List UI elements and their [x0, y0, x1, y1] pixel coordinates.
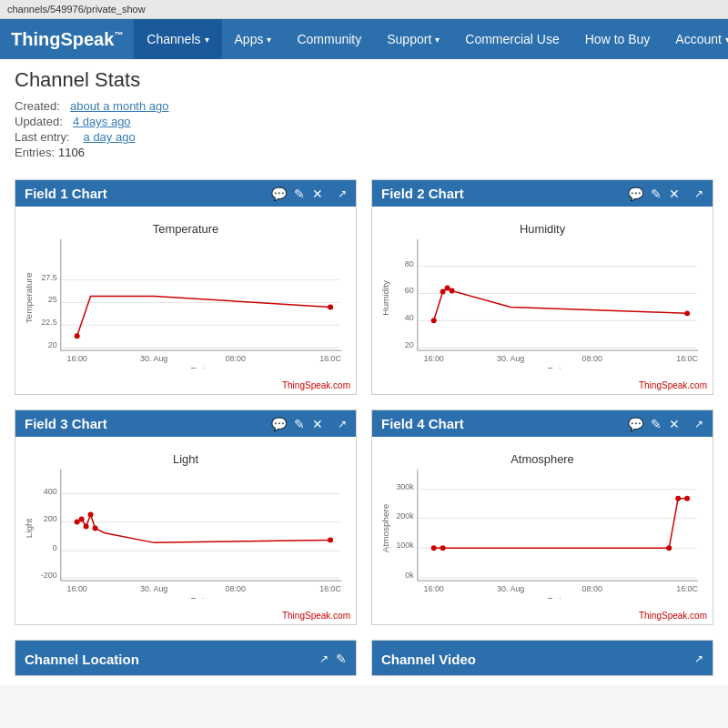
svg-point-85	[684, 496, 690, 501]
svg-text:16:0C: 16:0C	[676, 354, 698, 363]
svg-point-62	[93, 525, 98, 531]
svg-text:08:00: 08:00	[582, 354, 602, 363]
nav-community[interactable]: Community	[284, 19, 374, 59]
field4-chart-title: Field 4 Chart	[381, 416, 464, 431]
field4-close-icon[interactable]: ✕	[669, 417, 680, 431]
nav-apps[interactable]: Apps▾	[222, 19, 285, 59]
svg-text:27.5: 27.5	[41, 273, 56, 282]
channel-location-title: Channel Location	[25, 652, 139, 667]
svg-text:08:00: 08:00	[226, 354, 246, 363]
svg-text:0: 0	[53, 543, 57, 552]
field1-chart-svg: Temperature Temperature 20 22.5 25 27.5	[23, 214, 349, 369]
stat-entries: Entries: 1106	[15, 146, 713, 159]
field4-chart-icons: 💬 ✎ ✕ ↗	[628, 417, 703, 431]
svg-point-36	[431, 318, 437, 323]
field1-close-icon[interactable]: ✕	[312, 187, 323, 201]
page-title: Channel Stats	[15, 68, 713, 92]
nav-account[interactable]: Account▾	[662, 19, 728, 59]
svg-text:30. Aug: 30. Aug	[140, 354, 167, 363]
svg-point-83	[666, 545, 672, 551]
field3-comment-icon[interactable]: 💬	[271, 417, 287, 431]
field3-chart-svg: Light Light -200 0 200 400 16:00 30. Aug…	[23, 444, 349, 599]
field1-thingspeak-link[interactable]: ThingSpeak.com	[15, 379, 356, 394]
svg-point-40	[684, 310, 690, 316]
field4-thingspeak-link[interactable]: ThingSpeak.com	[372, 609, 713, 624]
field3-export-icon[interactable]: ↗	[338, 418, 347, 430]
stat-last-entry: Last entry: a day ago	[15, 130, 713, 144]
field1-chart-icons: 💬 ✎ ✕ ↗	[271, 187, 347, 201]
svg-text:22.5: 22.5	[41, 318, 56, 327]
field4-edit-icon[interactable]: ✎	[651, 417, 662, 431]
brand-text: ThingSpeak	[11, 29, 114, 49]
navbar: ThingSpeak™ Channels▾ Apps▾ Community Su…	[0, 19, 728, 59]
field3-edit-icon[interactable]: ✎	[294, 417, 305, 431]
field1-edit-icon[interactable]: ✎	[294, 187, 305, 201]
svg-text:30. Aug: 30. Aug	[497, 584, 524, 593]
svg-text:100k: 100k	[396, 541, 414, 550]
last-entry-value[interactable]: a day ago	[84, 130, 136, 144]
svg-point-84	[675, 496, 681, 501]
field2-edit-icon[interactable]: ✎	[651, 187, 662, 201]
stat-created: Created: about a month ago	[15, 99, 713, 113]
field4-chart-svg: Atmosphere Atmosphere 0k 100k 200k 300k …	[379, 444, 705, 599]
field4-comment-icon[interactable]: 💬	[628, 417, 643, 431]
nav-support[interactable]: Support▾	[374, 19, 452, 59]
svg-text:200k: 200k	[396, 511, 414, 521]
field4-chart-card: Field 4 Chart 💬 ✎ ✕ ↗ Atmosphere Atmosph…	[371, 410, 713, 625]
svg-text:Temperature: Temperature	[153, 222, 218, 236]
location-edit-icon[interactable]: ✎	[336, 652, 347, 666]
apps-arrow-icon: ▾	[267, 35, 271, 45]
svg-text:80: 80	[405, 259, 414, 268]
field1-export-icon[interactable]: ↗	[338, 187, 347, 200]
charts-grid: Field 1 Chart 💬 ✎ ✕ ↗ Temperature Temper…	[15, 172, 713, 632]
field2-comment-icon[interactable]: 💬	[628, 187, 643, 201]
svg-point-38	[445, 286, 450, 291]
url-bar: channels/549976/private_show	[7, 4, 146, 15]
svg-text:300k: 300k	[396, 482, 414, 491]
field2-chart-svg: Humidity Humidity 20 40 60 80 16:00 30. …	[379, 214, 705, 369]
field4-export-icon[interactable]: ↗	[694, 418, 703, 430]
svg-text:08:00: 08:00	[226, 584, 246, 593]
svg-text:30. Aug: 30. Aug	[140, 584, 167, 593]
svg-text:16:0C: 16:0C	[676, 584, 698, 593]
created-value[interactable]: about a month ago	[70, 99, 168, 113]
field3-chart-body: Light Light -200 0 200 400 16:00 30. Aug…	[15, 437, 356, 609]
svg-text:20: 20	[405, 340, 414, 349]
svg-text:Light: Light	[173, 452, 198, 466]
svg-point-60	[84, 523, 89, 529]
video-export-icon[interactable]: ↗	[694, 652, 703, 665]
svg-text:Humidity: Humidity	[380, 280, 390, 316]
field1-chart-body: Temperature Temperature 20 22.5 25 27.5	[15, 207, 356, 379]
field3-close-icon[interactable]: ✕	[312, 417, 323, 431]
updated-value[interactable]: 4 days ago	[73, 115, 131, 128]
svg-text:Light: Light	[24, 518, 34, 538]
svg-text:16:00: 16:00	[423, 354, 443, 363]
svg-text:30. Aug: 30. Aug	[497, 354, 524, 363]
channel-location-header: Channel Location ↗ ✎	[15, 641, 356, 676]
svg-text:16:00: 16:00	[66, 584, 86, 593]
field2-close-icon[interactable]: ✕	[669, 187, 680, 201]
svg-point-61	[88, 512, 94, 518]
svg-text:16:00: 16:00	[423, 584, 443, 593]
channel-video-header: Channel Video ↗	[372, 641, 713, 676]
bottom-charts-grid: Channel Location ↗ ✎ Channel Video ↗	[15, 632, 713, 676]
browser-bar: channels/549976/private_show	[0, 0, 728, 19]
field3-chart-icons: 💬 ✎ ✕ ↗	[271, 417, 347, 431]
field2-thingspeak-link[interactable]: ThingSpeak.com	[372, 379, 713, 394]
svg-point-58	[75, 520, 80, 525]
nav-channels[interactable]: Channels▾	[134, 19, 221, 59]
field3-chart-card: Field 3 Chart 💬 ✎ ✕ ↗ Light Light -200 0…	[15, 410, 357, 625]
svg-text:Date: Date	[547, 595, 566, 599]
svg-text:-200: -200	[41, 571, 57, 580]
nav-how-to-buy[interactable]: How to Buy	[572, 19, 663, 59]
field1-comment-icon[interactable]: 💬	[271, 187, 287, 201]
location-export-icon[interactable]: ↗	[319, 652, 329, 665]
channel-video-card: Channel Video ↗	[371, 640, 713, 676]
nav-commercial-use[interactable]: Commercial Use	[452, 19, 571, 59]
field2-export-icon[interactable]: ↗	[694, 187, 703, 200]
brand-logo[interactable]: ThingSpeak™	[0, 29, 134, 50]
svg-point-39	[450, 288, 455, 294]
field2-chart-header: Field 2 Chart 💬 ✎ ✕ ↗	[372, 180, 713, 207]
field3-thingspeak-link[interactable]: ThingSpeak.com	[15, 609, 356, 624]
svg-point-63	[328, 537, 333, 542]
